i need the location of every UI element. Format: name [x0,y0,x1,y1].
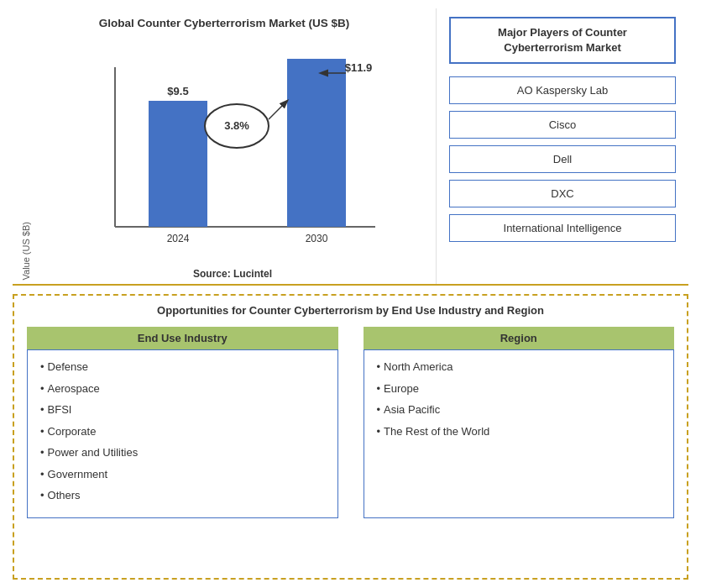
player-item-0: AO Kaspersky Lab [449,76,676,104]
bullet: • [377,360,381,373]
bullet: • [377,403,381,416]
list-item: •Defense [40,359,325,375]
players-section: Major Players of Counter Cyberterrorism … [437,8,688,284]
list-item: •Asia Pacific [377,402,662,418]
bottom-content: End Use Industry •Defense •Aerospace •BF… [27,327,674,518]
bullet: • [40,382,44,395]
region-header: Region [364,327,675,349]
chart-area: Value (US $B) $9.5 2024 [21,38,427,280]
main-container: Global Counter Cyberterrorism Market (US… [0,0,701,588]
bullet: • [40,403,44,416]
chart-title: Global Counter Cyberterrorism Market (US… [21,17,427,29]
end-use-industry-header: End Use Industry [27,327,338,349]
player-item-3: DXC [449,180,676,207]
chart-section: Global Counter Cyberterrorism Market (US… [13,8,437,284]
list-item: •Power and Utilities [40,444,325,461]
bar-2024-value: $9.5 [167,85,188,97]
top-section: Global Counter Cyberterrorism Market (US… [13,8,688,286]
cagr-arrow [269,101,287,119]
source-text: Source: Lucintel [38,268,427,280]
bullet: • [40,360,44,373]
bar-2024-label: 2024 [167,233,190,244]
bottom-title: Opportunities for Counter Cyberterrorism… [27,304,674,317]
list-item: •Corporate [40,423,325,440]
y-axis-label: Value (US $B) [21,205,31,281]
player-item-2: Dell [449,145,676,173]
bullet: • [40,446,44,459]
bullet: • [40,425,44,438]
bar-2024 [149,101,207,227]
bar-2030 [287,59,346,227]
player-item-1: Cisco [449,111,676,139]
list-item: •Government [40,466,325,483]
bullet: • [377,382,381,395]
list-item: •The Rest of the World [377,423,662,440]
bullet: • [40,489,44,501]
chart-svg: $9.5 2024 $11.9 2030 [38,59,427,260]
bullet: • [40,468,44,480]
player-item-4: International Intelligence [449,214,676,242]
list-item: •Others [40,487,325,504]
end-use-industry-box: End Use Industry •Defense •Aerospace •BF… [27,327,338,518]
players-title: Major Players of Counter Cyberterrorism … [449,17,676,64]
list-item: •Aerospace [40,381,325,397]
bar-2030-value: $11.9 [345,61,373,74]
chart-svg-container: $9.5 2024 $11.9 2030 [38,59,427,280]
list-item: •BFSI [40,402,325,418]
bottom-section: Opportunities for Counter Cyberterrorism… [13,294,688,580]
region-list: •North America •Europe •Asia Pacific •Th… [364,349,675,518]
list-item: •Europe [377,381,662,397]
end-use-industry-list: •Defense •Aerospace •BFSI •Corporate •Po… [27,349,338,518]
region-box: Region •North America •Europe •Asia Paci… [364,327,675,518]
bullet: • [377,425,381,438]
bar-2030-label: 2030 [306,233,328,244]
list-item: •North America [377,359,662,375]
cagr-label: 3.8% [224,119,249,132]
